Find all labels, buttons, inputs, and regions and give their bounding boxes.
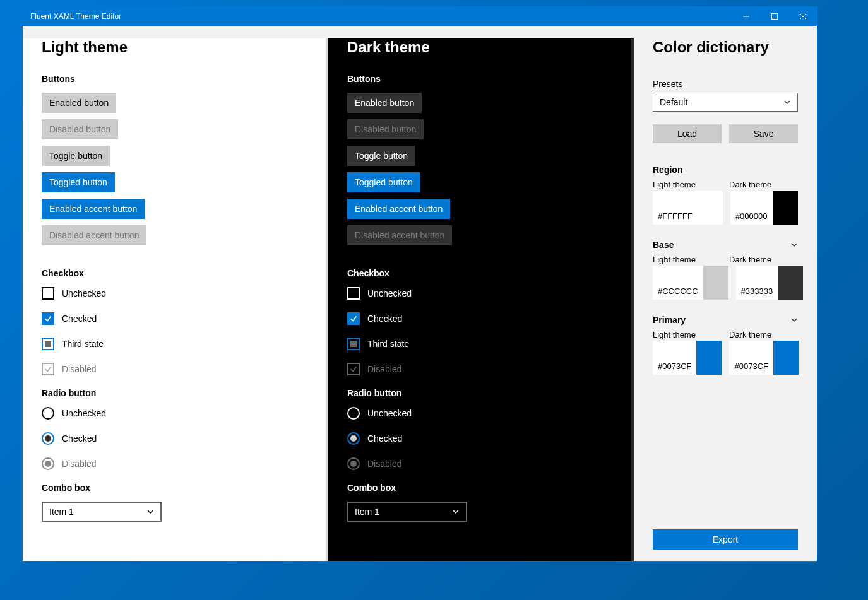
swatch-color [698, 191, 723, 225]
checkbox-third-state[interactable] [42, 338, 54, 350]
section-checkbox: Checkbox [42, 268, 309, 278]
close-icon[interactable] [788, 7, 817, 26]
checkbox-label: Third state [367, 339, 409, 349]
presets-value: Default [660, 97, 687, 107]
combo-value: Item 1 [355, 507, 379, 517]
checkbox-checked[interactable] [42, 312, 54, 325]
checkbox-disabled [347, 363, 360, 375]
chevron-down-icon [790, 316, 798, 324]
dark-theme-label: Dark theme [729, 330, 798, 339]
presets-select[interactable]: Default [653, 93, 798, 112]
radio-unchecked[interactable] [347, 407, 360, 420]
checkbox-third-state[interactable] [347, 338, 360, 350]
swatch-color [696, 341, 722, 375]
swatch-color [773, 191, 798, 225]
section-radio: Radio button [42, 388, 309, 398]
titlebar: Fluent XAML Theme Editor [23, 7, 817, 26]
chevron-down-icon [146, 508, 154, 515]
toggle-button[interactable]: Toggle button [42, 146, 110, 166]
section-radio: Radio button [347, 388, 615, 398]
presets-label: Presets [653, 79, 798, 89]
toggled-button[interactable]: Toggled button [347, 172, 420, 192]
checkbox-label: Checked [367, 314, 402, 324]
section-combo: Combo box [42, 483, 309, 493]
dark-theme-title: Dark theme [347, 38, 615, 56]
enabled-accent-button[interactable]: Enabled accent button [347, 199, 450, 219]
light-theme-title: Light theme [42, 38, 309, 56]
swatch-color [773, 341, 799, 375]
region-light-swatch[interactable]: #FFFFFF [653, 191, 723, 225]
swatch-value: #000000 [730, 191, 773, 225]
color-dictionary-panel: Color dictionary Presets Default Load Sa… [634, 38, 817, 561]
checkbox-unchecked[interactable] [42, 287, 54, 300]
toggled-button[interactable]: Toggled button [42, 172, 115, 192]
light-theme-label: Light theme [653, 330, 722, 339]
radio-label: Checked [62, 433, 97, 444]
radio-label: Disabled [62, 459, 96, 469]
section-buttons: Buttons [42, 74, 309, 84]
load-button[interactable]: Load [653, 124, 722, 143]
radio-label: Unchecked [367, 408, 412, 418]
checkbox-label: Unchecked [62, 288, 106, 298]
checkbox-label: Unchecked [367, 288, 412, 298]
region-header: Region [653, 165, 798, 175]
primary-dark-swatch[interactable]: #0073CF [729, 341, 798, 375]
light-theme-label: Light theme [653, 180, 722, 189]
combo-box[interactable]: Item 1 [42, 502, 162, 522]
minimize-icon[interactable] [732, 7, 760, 26]
disabled-accent-button: Disabled accent button [347, 225, 452, 245]
primary-header[interactable]: Primary [653, 315, 798, 325]
radio-label: Checked [367, 433, 402, 444]
window-title: Fluent XAML Theme Editor [23, 12, 121, 21]
checkbox-label: Third state [62, 339, 104, 349]
radio-checked[interactable] [347, 432, 360, 445]
section-checkbox: Checkbox [347, 268, 615, 278]
swatch-color [703, 266, 728, 300]
radio-label: Disabled [367, 459, 401, 469]
swatch-value: #0073CF [653, 341, 696, 375]
enabled-accent-button[interactable]: Enabled accent button [42, 199, 145, 219]
swatch-value: #333333 [736, 266, 778, 300]
svg-rect-1 [771, 14, 777, 20]
primary-label: Primary [653, 315, 686, 325]
checkbox-checked[interactable] [347, 312, 360, 325]
chevron-down-icon [783, 98, 791, 106]
combo-value: Item 1 [49, 507, 74, 517]
disabled-accent-button: Disabled accent button [42, 225, 146, 245]
base-label: Base [653, 240, 674, 250]
swatch-value: #CCCCCC [653, 266, 703, 300]
swatch-color [778, 266, 803, 300]
base-header[interactable]: Base [653, 240, 798, 250]
disabled-button: Disabled button [42, 119, 118, 139]
base-dark-swatch[interactable]: #333333 [736, 266, 804, 300]
enabled-button[interactable]: Enabled button [42, 93, 116, 113]
enabled-button[interactable]: Enabled button [347, 93, 422, 113]
region-dark-swatch[interactable]: #000000 [730, 191, 798, 225]
maximize-icon[interactable] [760, 7, 788, 26]
section-combo: Combo box [347, 483, 615, 493]
dark-theme-label: Dark theme [729, 180, 798, 189]
chevron-down-icon [790, 241, 798, 249]
region-label: Region [653, 165, 682, 175]
checkbox-unchecked[interactable] [347, 287, 360, 300]
export-button[interactable]: Export [653, 529, 798, 550]
base-light-swatch[interactable]: #CCCCCC [653, 266, 728, 300]
swatch-value: #FFFFFF [653, 191, 698, 225]
swatch-value: #0073CF [729, 341, 773, 375]
checkbox-label: Disabled [367, 364, 401, 374]
content-area: Light theme Buttons Enabled button Disab… [23, 26, 817, 561]
save-button[interactable]: Save [729, 124, 798, 143]
combo-box[interactable]: Item 1 [347, 502, 467, 522]
radio-checked[interactable] [42, 432, 54, 445]
toggle-button[interactable]: Toggle button [347, 146, 415, 166]
primary-light-swatch[interactable]: #0073CF [653, 341, 722, 375]
light-theme-label: Light theme [653, 255, 722, 264]
radio-unchecked[interactable] [42, 407, 54, 420]
radio-label: Unchecked [62, 408, 106, 418]
color-dictionary-title: Color dictionary [653, 38, 798, 56]
app-window: Fluent XAML Theme Editor Light theme But… [22, 6, 817, 562]
light-theme-panel: Light theme Buttons Enabled button Disab… [23, 38, 328, 561]
checkbox-disabled [42, 363, 54, 375]
dark-theme-label: Dark theme [729, 255, 798, 264]
window-controls [732, 7, 817, 26]
